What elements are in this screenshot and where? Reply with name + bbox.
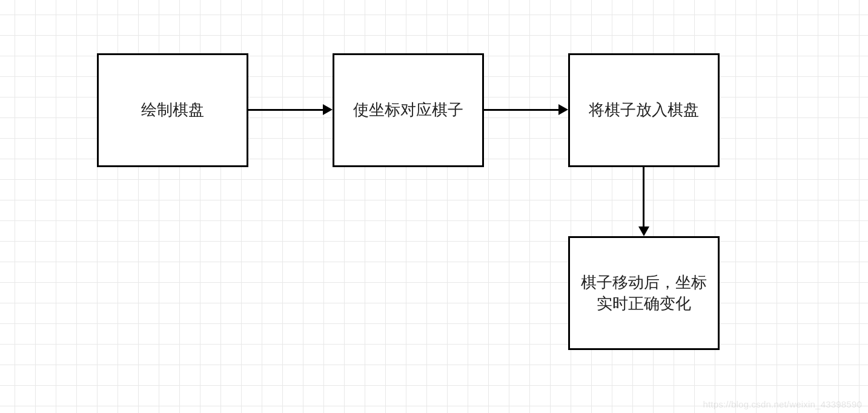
arrow-line bbox=[484, 109, 560, 111]
arrow-line bbox=[643, 167, 644, 228]
node-label: 使坐标对应棋子 bbox=[353, 99, 463, 121]
node-label: 将棋子放入棋盘 bbox=[589, 99, 699, 121]
arrow-head-icon bbox=[638, 226, 649, 236]
node-update-coordinates: 棋子移动后，坐标实时正确变化 bbox=[568, 236, 720, 350]
node-place-piece: 将棋子放入棋盘 bbox=[568, 53, 720, 167]
node-draw-board: 绘制棋盘 bbox=[97, 53, 248, 167]
watermark: https://blog.csdn.net/weixin_43398590 bbox=[703, 399, 862, 409]
arrow-head-icon bbox=[323, 104, 333, 115]
arrow-line bbox=[248, 109, 324, 111]
node-label: 棋子移动后，坐标实时正确变化 bbox=[576, 272, 712, 314]
node-map-coordinates: 使坐标对应棋子 bbox=[333, 53, 484, 167]
arrow-head-icon bbox=[558, 104, 568, 115]
flowchart: 绘制棋盘 使坐标对应棋子 将棋子放入棋盘 棋子移动后，坐标实时正确变化 bbox=[0, 0, 868, 413]
node-label: 绘制棋盘 bbox=[141, 99, 204, 121]
